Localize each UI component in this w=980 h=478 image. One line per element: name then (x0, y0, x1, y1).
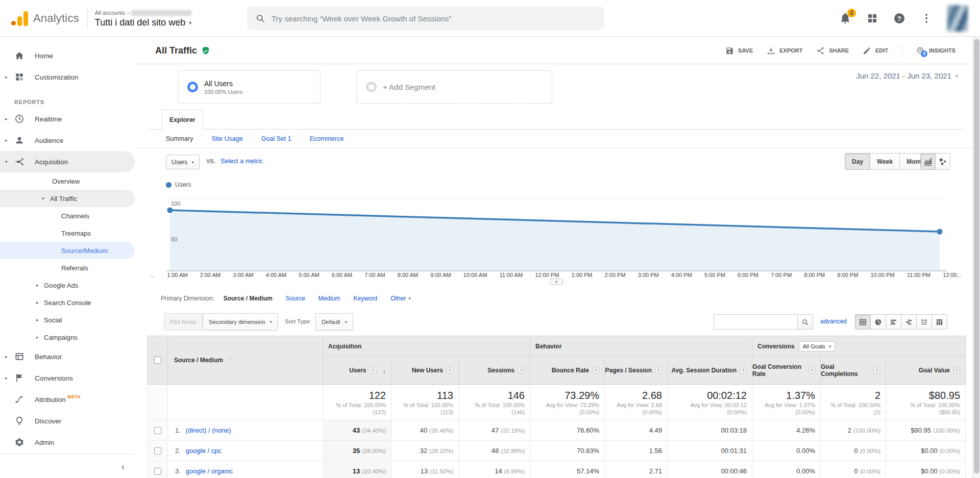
all-goals-dropdown[interactable]: All Goals▾ (799, 341, 836, 351)
sidebar-item-campaigns[interactable]: ▸Campaigns (0, 329, 135, 346)
sidebar-item-search-console[interactable]: ▸Search Console (0, 294, 135, 311)
sidebar-item-acquisition[interactable]: ▾Acquisition (0, 151, 135, 172)
sidebar-item-admin[interactable]: Admin (0, 432, 135, 453)
secondary-dimension-dropdown[interactable]: Secondary dimension ▾ (203, 313, 278, 331)
source-medium-link[interactable]: google / organic (186, 467, 233, 475)
help-tooltip-icon[interactable]: ? (446, 367, 453, 374)
dimension-source[interactable]: Source (286, 295, 305, 302)
sidebar-collapse-button[interactable]: ‹ (116, 460, 130, 473)
row-checkbox[interactable] (154, 468, 161, 475)
term-cloud-view-button[interactable] (916, 314, 932, 330)
column-header-sessions[interactable]: Sessions? (459, 357, 530, 385)
sidebar-item-overview[interactable]: Overview (0, 172, 135, 190)
apps-grid-icon[interactable] (866, 12, 878, 24)
sidebar-item-treemaps[interactable]: Treemaps (0, 224, 135, 242)
search-input[interactable] (272, 14, 596, 23)
share-button[interactable]: SHARE (816, 46, 849, 55)
plot-rows-button[interactable]: Plot Rows (164, 313, 203, 331)
column-header-goal-completions[interactable]: Goal Completions? (821, 357, 886, 385)
source-medium-link[interactable]: google / cpc (186, 447, 222, 455)
column-header-bounce-rate[interactable]: Bounce Rate? (530, 357, 605, 385)
performance-view-button[interactable] (886, 314, 901, 330)
column-header-avg-session-duration[interactable]: Avg. Session Duration? (668, 357, 752, 385)
dimension-column-header[interactable]: Source / Medium? (168, 336, 323, 385)
sort-desc-icon[interactable]: ↓ (383, 367, 386, 374)
sidebar-item-audience[interactable]: ▸Audience (0, 130, 135, 151)
export-button[interactable]: EXPORT (767, 46, 802, 55)
help-tooltip-icon[interactable]: ? (808, 367, 815, 374)
property-selector[interactable]: Tutti i dati del sito web ▾ (95, 17, 191, 28)
subtab-goal-set-1[interactable]: Goal Set 1 (261, 135, 291, 142)
google-analytics-logo[interactable] (11, 11, 28, 26)
save-button[interactable]: SAVE (725, 46, 753, 55)
table-search-input[interactable] (714, 314, 797, 330)
column-header-new-users[interactable]: New Users? (391, 357, 459, 385)
dimension-keyword[interactable]: Keyword (353, 295, 377, 302)
avatar[interactable] (947, 5, 968, 32)
sidebar-item-discover[interactable]: Discover (0, 410, 135, 432)
vertical-scrollbar[interactable] (972, 37, 980, 478)
chart-slider-handle[interactable]: ▼ (550, 279, 563, 285)
dimension-other[interactable]: Other ▾ (390, 295, 411, 302)
sidebar-item-source-medium[interactable]: Source/Medium (0, 242, 135, 259)
percentage-view-button[interactable] (870, 314, 886, 330)
column-header-users[interactable]: Users?↓ (323, 357, 391, 385)
row-checkbox[interactable] (154, 427, 161, 434)
tab-explorer[interactable]: Explorer (162, 110, 203, 130)
row-checkbox[interactable] (154, 447, 161, 455)
scrollbar-thumb[interactable] (974, 39, 979, 473)
help-tooltip-icon[interactable]: ? (227, 357, 234, 364)
subtab-site-usage[interactable]: Site Usage (211, 135, 242, 142)
dimension-source-medium[interactable]: Source / Medium (224, 295, 273, 302)
pivot-view-button[interactable] (932, 314, 947, 330)
insights-button[interactable]: 3INSIGHTS (916, 46, 955, 55)
help-tooltip-icon[interactable]: ? (873, 367, 880, 374)
sidebar-item-google-ads[interactable]: ▸Google Ads (0, 276, 135, 294)
help-tooltip-icon[interactable]: ? (655, 367, 662, 374)
help-icon[interactable]: ? (893, 12, 905, 24)
advanced-search-link[interactable]: advanced (820, 318, 847, 325)
line-chart-toggle[interactable] (920, 153, 936, 170)
column-header-goal-value[interactable]: Goal Value? (886, 357, 966, 385)
sidebar-item-behavior[interactable]: ▸Behavior (0, 346, 135, 367)
sort-type-dropdown[interactable]: Default ▾ (315, 313, 353, 331)
sidebar-item-customization[interactable]: ▸Customization (0, 66, 135, 88)
date-range-selector[interactable]: Jun 22, 2021 - Jun 23, 2021 ▾ (856, 71, 958, 80)
segment-all-users[interactable]: All Users 100.00% Users (178, 70, 321, 104)
dimension-medium[interactable]: Medium (318, 295, 340, 302)
breadcrumb-root[interactable]: All accounts (95, 10, 125, 16)
help-tooltip-icon[interactable]: ? (953, 367, 960, 374)
add-segment-button[interactable]: + Add Segment (356, 70, 552, 104)
sidebar-item-referrals[interactable]: Referrals (0, 259, 135, 276)
notifications-icon[interactable]: 2 (839, 12, 851, 24)
table-view-button[interactable] (855, 314, 871, 330)
granularity-day[interactable]: Day (845, 153, 870, 170)
granularity-week[interactable]: Week (870, 153, 900, 170)
motion-chart-toggle[interactable] (935, 153, 950, 170)
sidebar-item-all-traffic[interactable]: ▾All Traffic (0, 190, 135, 207)
sidebar-item-social[interactable]: ▸Social (0, 311, 135, 329)
select-metric-link[interactable]: Select a metric (220, 158, 263, 165)
account-breadcrumb[interactable]: All accounts › Tutti i dati del sito web… (95, 8, 191, 28)
help-tooltip-icon[interactable]: ? (370, 367, 377, 374)
subtab-summary[interactable]: Summary (166, 135, 193, 142)
subtab-ecommerce[interactable]: Ecommerce (310, 135, 344, 142)
more-vertical-icon[interactable] (920, 12, 933, 24)
sidebar-item-channels[interactable]: Channels (0, 207, 135, 224)
select-all-checkbox[interactable] (154, 357, 161, 364)
sidebar-item-home[interactable]: Home (0, 45, 135, 66)
help-tooltip-icon[interactable]: ? (592, 367, 599, 374)
global-search[interactable] (247, 7, 604, 30)
help-tooltip-icon[interactable]: ? (518, 367, 525, 374)
table-search-button[interactable] (797, 314, 813, 330)
sidebar-item-conversions[interactable]: ▸Conversions (0, 367, 135, 389)
metric-dropdown[interactable]: Users ▾ (166, 155, 200, 169)
comparison-view-button[interactable] (901, 314, 917, 330)
help-tooltip-icon[interactable]: ? (740, 367, 747, 374)
sidebar-item-realtime[interactable]: ▸Realtime (0, 108, 135, 130)
edit-button[interactable]: EDIT (863, 46, 888, 55)
column-header-pages-session[interactable]: Pages / Session? (605, 357, 668, 385)
column-header-goal-conversion-rate[interactable]: Goal Conversion Rate? (752, 357, 821, 385)
source-medium-link[interactable]: (direct) / (none) (186, 426, 231, 434)
sidebar-item-attribution[interactable]: AttributionBETA (0, 389, 135, 410)
